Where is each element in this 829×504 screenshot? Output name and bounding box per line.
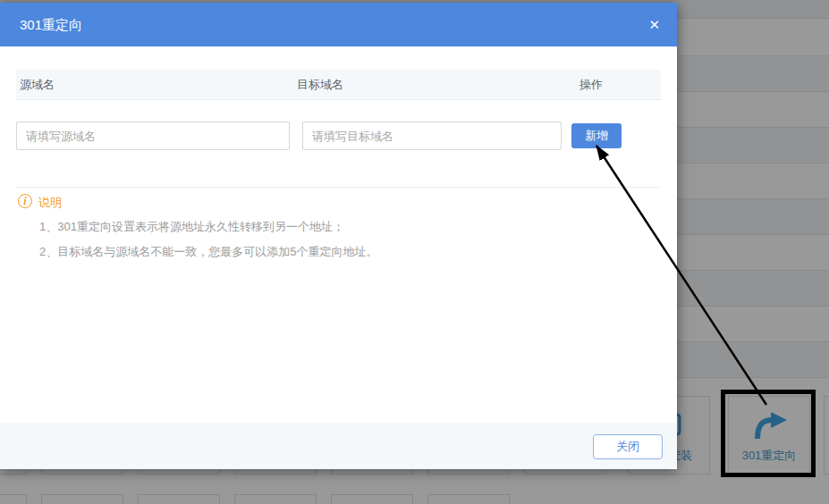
notice-item: 1、301重定向设置表示将源地址永久性转移到另一个地址； (39, 219, 344, 235)
modal-footer: 关闭 (0, 423, 677, 469)
notice-item: 2、目标域名与源域名不能一致，您最多可以添加5个重定向地址。 (39, 244, 377, 260)
modal-title: 301重定向 (20, 3, 82, 46)
add-button[interactable]: 新增 (571, 123, 622, 148)
source-domain-input[interactable] (16, 122, 290, 150)
info-icon: i (18, 194, 32, 208)
screen: 程序安装 301重定向 301重定向 ✕ 源域名 (0, 0, 829, 504)
target-domain-input[interactable] (302, 122, 562, 150)
modal-header: 301重定向 ✕ (0, 3, 677, 46)
redirect-table-header: 源域名 目标域名 操作 (16, 70, 661, 100)
redirect-modal: 301重定向 ✕ 源域名 目标域名 操作 新增 i 说明 1、301重定向设置表… (0, 3, 677, 469)
close-icon[interactable]: ✕ (645, 3, 664, 46)
close-button[interactable]: 关闭 (593, 434, 663, 459)
notice-title: 说明 (38, 195, 62, 211)
column-header-target-domain: 目标域名 (297, 70, 343, 100)
column-header-action: 操作 (579, 70, 603, 100)
divider (16, 187, 661, 188)
column-header-source-domain: 源域名 (20, 70, 55, 100)
